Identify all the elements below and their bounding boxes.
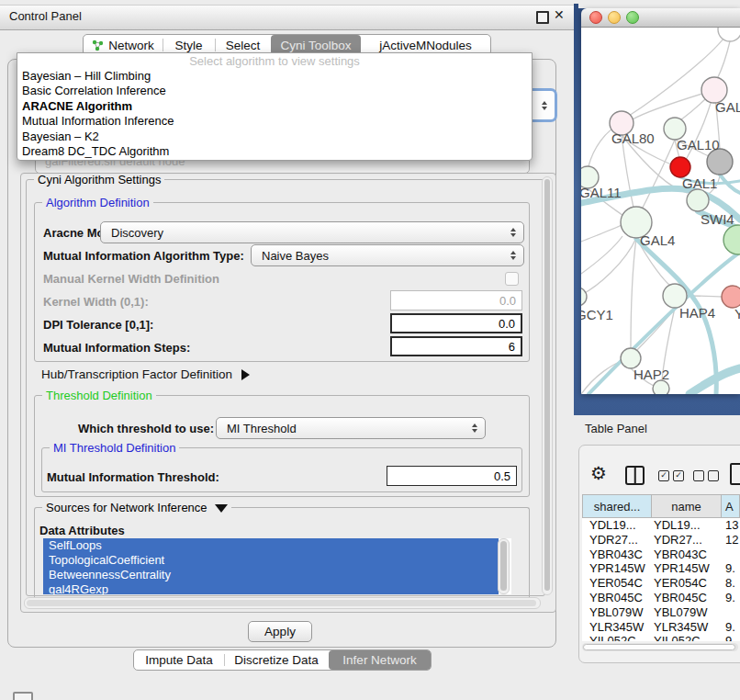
attribute-list-item[interactable]: BetweennessCentrality [43,568,499,582]
table-cell: YIL052C [654,634,725,641]
mi-steps-label: Mutual Information Steps: [43,341,190,355]
algorithm-dropdown-list: Bayesian – Hill ClimbingBasic Correlatio… [17,69,532,159]
collapsed-arrow-icon [241,369,250,380]
close-window-icon[interactable] [589,11,602,24]
split-columns-icon[interactable] [625,466,645,485]
algorithm-option[interactable]: Dream8 DC_TDC Algorithm [17,144,532,159]
aracne-mode-combobox[interactable]: Discovery [100,221,524,243]
settings-vertical-scrollbar[interactable] [542,176,553,595]
table-cell: YBR043C [654,548,725,562]
network-edge[interactable] [581,225,622,242]
cyni-algorithm-settings-title: Cyni Algorithm Settings [34,173,164,186]
settings-horizontal-scrollbar[interactable] [24,597,541,609]
table-cell: YDR27... [582,533,654,548]
table-cell [725,605,740,620]
network-node-label: SWI4 [701,211,734,227]
network-node[interactable] [653,380,669,394]
data-attributes-label: Data Attributes [39,524,125,537]
table-row[interactable]: YBR045CYBR045C9. [582,591,740,605]
dpi-tolerance-field[interactable]: 0.0 [390,313,522,333]
deselect-all-rows-icon[interactable] [693,470,719,481]
close-panel-button[interactable]: ✕ [554,7,565,22]
column-header-partial[interactable]: A [722,494,740,518]
mi-threshold-field[interactable]: 0.5 [387,466,517,486]
network-node-y[interactable] [722,286,740,308]
mi-type-combobox[interactable]: Naive Bayes [251,244,524,266]
table-cell: YPR145W [582,561,654,576]
table-cell: YBR043C [582,548,654,562]
attribute-list-item[interactable]: gal4RGexp [43,582,499,594]
combo-arrows-icon [542,101,547,110]
network-window-titlebar [581,8,740,28]
data-attributes-list[interactable]: SelfLoopsTopologicalCoefficientBetweenne… [43,538,511,594]
table-row[interactable]: YLR345WYLR345W9. [582,620,740,635]
combo-arrows-icon [472,423,477,433]
network-node[interactable] [707,149,733,175]
table-row[interactable]: YER054CYER054C8. [582,576,740,591]
sources-title[interactable]: Sources for Network Inference [42,501,231,514]
mi-threshold-label: Mutual Information Threshold: [47,470,219,484]
which-threshold-combobox[interactable]: MI Threshold [216,417,486,439]
tab-infer-network[interactable]: Infer Network [329,650,431,670]
network-node[interactable] [723,225,740,254]
table-row[interactable]: YIL052CYIL052C9 [582,634,740,641]
table-row[interactable]: YDL19...YDL19...13 [582,518,740,533]
network-node-hap2[interactable] [621,348,641,368]
table-cell: 12 [725,533,740,548]
apply-button[interactable]: Apply [248,621,312,642]
control-panel-titlebar [0,5,574,30]
attributes-list-scrollbar[interactable] [498,538,510,594]
algorithm-option[interactable]: Bayesian – K2 [17,130,532,144]
network-node-label: GAL7 [715,99,740,115]
mi-type-label: Mutual Information Algorithm Type: [43,249,244,263]
table-row[interactable]: YPR145WYPR145W9. [582,561,740,576]
table-row[interactable]: YBL079WYBL079W [582,605,740,620]
table-body[interactable]: YDL19...YDL19...13YDR27...YDR27...12YBR0… [582,518,740,641]
minimized-panel-icon[interactable] [13,692,33,700]
network-edge[interactable] [642,140,675,209]
network-edge[interactable] [631,238,636,348]
network-edge[interactable] [581,238,636,295]
export-table-icon[interactable] [730,463,740,485]
algorithm-option[interactable]: Basic Correlation Inference [17,84,532,98]
table-cell: YDL19... [582,518,654,533]
mi-steps-field[interactable]: 6 [390,336,522,356]
column-header-shared-name[interactable]: shared... [582,494,652,518]
table-cell [725,548,740,562]
algorithm-option[interactable]: ARACNE Algorithm [17,99,532,114]
algorithm-option[interactable]: Bayesian – Hill Climbing [17,69,532,84]
network-edge[interactable] [717,41,730,79]
network-view-window: GAL7GAL80GAL10GAL1GAL11SWI4GAL4GCY1HAP4Y… [581,8,740,394]
table-row[interactable]: YBR043CYBR043C [582,548,740,562]
zoom-window-icon[interactable] [626,11,639,24]
network-canvas[interactable]: GAL7GAL80GAL10GAL1GAL11SWI4GAL4GCY1HAP4Y… [581,28,740,394]
table-row[interactable]: YDR27...YDR27...12 [582,533,740,548]
tab-discretize-data[interactable]: Discretize Data [224,650,329,670]
table-cell: YPR145W [654,561,725,576]
table-cell: YBL079W [654,605,725,620]
table-settings-gear-icon[interactable]: ⚙ [590,462,607,484]
manual-kernel-checkbox[interactable] [505,272,519,286]
tab-impute-data[interactable]: Impute Data [134,650,224,670]
select-all-rows-icon[interactable]: ✓✓ [658,470,684,481]
kernel-width-field[interactable]: 0.0 [390,290,522,310]
hub-section-toggle[interactable]: Hub/Transcription Factor Definition [41,367,250,381]
table-horizontal-scrollbar[interactable] [582,643,738,651]
network-node-swi4[interactable] [687,189,709,211]
control-panel-title: Control Panel [9,9,82,23]
network-edge[interactable] [581,236,622,274]
table-cell: 8. [725,576,740,591]
combo-arrows-icon [510,228,516,237]
network-node-gal1[interactable] [670,157,690,177]
column-header-name[interactable]: name [652,494,722,518]
table-cell: 9. [725,561,740,576]
algorithm-option[interactable]: Mutual Information Inference [17,114,532,129]
network-node-gcy1[interactable] [581,288,587,306]
float-window-button[interactable] [536,11,549,24]
network-graph[interactable]: GAL7GAL80GAL10GAL1GAL11SWI4GAL4GCY1HAP4Y… [581,28,740,394]
network-node[interactable] [718,28,740,41]
attribute-list-item[interactable]: TopologicalCoefficient [43,553,499,568]
minimize-window-icon[interactable] [608,11,621,24]
network-node-label: Y [734,306,740,322]
attribute-list-item[interactable]: SelfLoops [43,538,499,553]
